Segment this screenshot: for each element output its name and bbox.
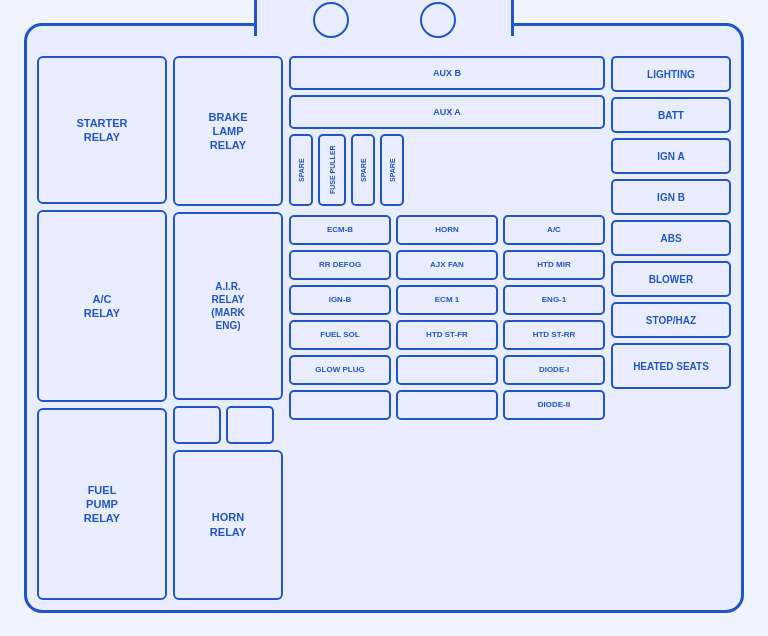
horn-relay: HORN RELAY	[173, 450, 283, 600]
batt-fuse: BATT	[611, 97, 731, 133]
fuel-sol-fuse: FUEL SOL	[289, 320, 391, 350]
aux-a-connector: AUX A	[420, 0, 456, 38]
grid-row-6: DIODE-II	[289, 390, 605, 420]
htd-mir-fuse: HTD MIR	[503, 250, 605, 280]
fuse-box: AUX B AUX A STARTER RELAY A/C RELAY FUEL…	[24, 23, 744, 613]
middle-column: AUX B AUX A SPARE FUSE PULLER SPARE SPAR…	[289, 56, 605, 600]
horn-fuse: HORN	[396, 215, 498, 245]
ign-a-fuse: IGN A	[611, 138, 731, 174]
grid-row-4: FUEL SOL HTD ST-FR HTD ST-RR	[289, 320, 605, 350]
htd-st-rr-fuse: HTD ST-RR	[503, 320, 605, 350]
small-box-pair	[173, 406, 283, 444]
diode-i-fuse: DIODE-I	[503, 355, 605, 385]
grid-row-5: GLOW PLUG DIODE-I	[289, 355, 605, 385]
brake-lamp-relay: BRAKE LAMP RELAY	[173, 56, 283, 206]
stop-haz-fuse: STOP/HAZ	[611, 302, 731, 338]
connector-tab: AUX B AUX A	[254, 0, 514, 36]
abs-fuse: ABS	[611, 220, 731, 256]
aux-b-circle	[313, 2, 349, 38]
ecm1-fuse: ECM 1	[396, 285, 498, 315]
small-box-right	[226, 406, 274, 444]
htd-st-fr-fuse: HTD ST-FR	[396, 320, 498, 350]
lighting-fuse: LIGHTING	[611, 56, 731, 92]
diode-ii-fuse: DIODE-II	[503, 390, 605, 420]
fuel-pump-relay: FUEL PUMP RELAY	[37, 408, 167, 600]
vertical-fuses-row: SPARE FUSE PULLER SPARE SPARE	[289, 134, 605, 210]
second-column: BRAKE LAMP RELAY A.I.R. RELAY (MARK ENG)…	[173, 56, 283, 600]
eng1-fuse: ENG-1	[503, 285, 605, 315]
left-column: STARTER RELAY A/C RELAY FUEL PUMP RELAY	[37, 56, 167, 600]
ign-b-right-fuse: IGN B	[611, 179, 731, 215]
spare3-fuse: SPARE	[380, 134, 404, 206]
main-area: STARTER RELAY A/C RELAY FUEL PUMP RELAY …	[37, 36, 731, 600]
right-column: LIGHTING BATT IGN A IGN B ABS BLOWER STO…	[611, 56, 731, 600]
small-box-left	[173, 406, 221, 444]
empty-fuse-6b	[396, 390, 498, 420]
empty-fuse-5b	[396, 355, 498, 385]
aux-a-fuse: AUX A	[289, 95, 605, 129]
ign-b-fuse: IGN-B	[289, 285, 391, 315]
fuse-puller: FUSE PULLER	[318, 134, 346, 206]
starter-relay: STARTER RELAY	[37, 56, 167, 204]
blower-fuse: BLOWER	[611, 261, 731, 297]
top-fuse-row: AUX B	[289, 56, 605, 90]
aux-a-fuse-row: AUX A	[289, 95, 605, 129]
glow-plug-fuse: GLOW PLUG	[289, 355, 391, 385]
heated-seats-fuse: HEATED SEATS	[611, 343, 731, 389]
aux-b-connector: AUX B	[313, 0, 349, 38]
ecm-b-fuse: ECM-B	[289, 215, 391, 245]
empty-fuse-6a	[289, 390, 391, 420]
aux-a-circle	[420, 2, 456, 38]
spare2-fuse: SPARE	[351, 134, 375, 206]
aux-b-fuse: AUX B	[289, 56, 605, 90]
grid-row-2: RR DEFOG AJX FAN HTD MIR	[289, 250, 605, 280]
spare1-fuse: SPARE	[289, 134, 313, 206]
grid-row-1: ECM-B HORN A/C	[289, 215, 605, 245]
ac-relay: A/C RELAY	[37, 210, 167, 402]
grid-row-3: IGN-B ECM 1 ENG-1	[289, 285, 605, 315]
ac-fuse: A/C	[503, 215, 605, 245]
rr-defog-fuse: RR DEFOG	[289, 250, 391, 280]
air-relay: A.I.R. RELAY (MARK ENG)	[173, 212, 283, 399]
ajx-fan-fuse: AJX FAN	[396, 250, 498, 280]
